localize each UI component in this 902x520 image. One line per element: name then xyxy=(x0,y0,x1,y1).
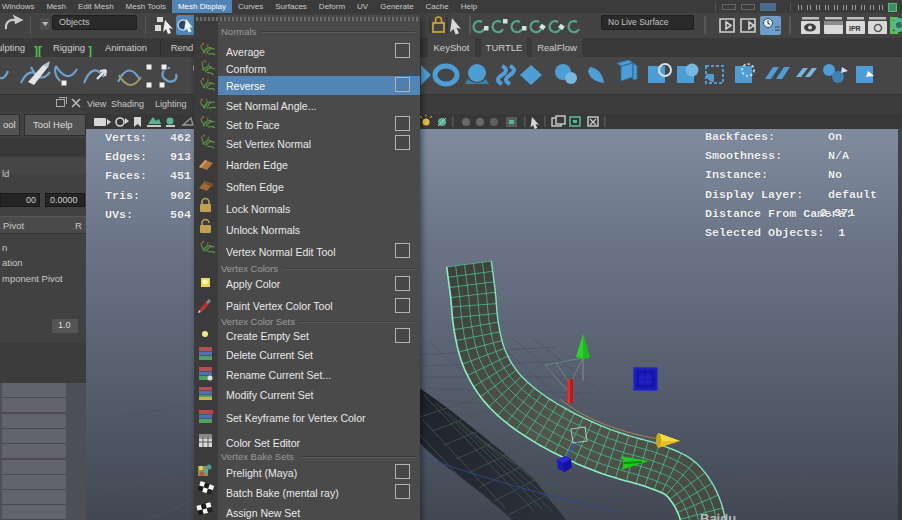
svg-text:IPR: IPR xyxy=(849,25,861,32)
svg-text:Baidu: Baidu xyxy=(700,511,736,520)
